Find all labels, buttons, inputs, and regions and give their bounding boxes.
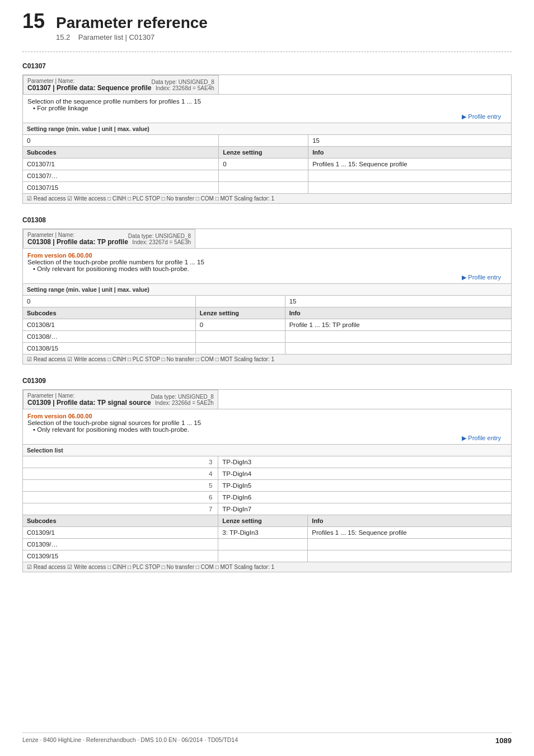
selection-item: 6TP-DigIn6 (23, 492, 512, 503)
desc-text: Selection of the sequence profile number… (27, 98, 507, 105)
subcode-row: C01309/… (23, 539, 512, 550)
subcode-cell: C01307/1 (23, 158, 219, 170)
version-note: From version 06.00.00 (27, 413, 507, 419)
selection-list-header: Selection list (23, 445, 512, 456)
section-label-C01308: C01308 (22, 216, 512, 224)
param-label: Parameter | Name: (27, 393, 151, 399)
page-title: Parameter reference (56, 14, 208, 32)
lenze-cell (195, 331, 285, 343)
section-label-C01307: C01307 (22, 62, 512, 70)
param-footer-text: ☑ Read access ☑ Write access □ CINH □ PL… (23, 562, 512, 572)
lenze-cell (219, 170, 308, 182)
setting-range-row: 015 (23, 296, 512, 307)
section-divider (22, 52, 512, 52)
lenze-cell (218, 550, 308, 562)
param-table-C01307: Parameter | Name: C01307 | Profile data:… (22, 74, 512, 204)
param-name: C01308 | Profile data: TP profile (27, 238, 128, 246)
lenze-cell (219, 182, 308, 194)
param-footer-row: ☑ Read access ☑ Write access □ CINH □ PL… (23, 354, 512, 365)
lenze-cell: 0 (195, 319, 285, 331)
lenze-cell: 3: TP-DigIn3 (218, 527, 308, 539)
subcode-cell: C01308/15 (23, 343, 196, 354)
param-data-type: Data type: UNSIGNED_8Index: 23268d = 5AE… (151, 79, 214, 91)
param-footer-row: ☑ Read access ☑ Write access □ CINH □ PL… (23, 194, 512, 204)
param-table-C01308: Parameter | Name: C01308 | Profile data:… (22, 228, 512, 365)
lenze-cell (195, 343, 285, 354)
param-label: Parameter | Name: (27, 78, 151, 84)
param-footer-text: ☑ Read access ☑ Write access □ CINH □ PL… (23, 194, 512, 204)
profile-entry-link[interactable]: Profile entry (27, 111, 504, 120)
section-label-C01309: C01309 (22, 377, 512, 385)
param-table-C01309: Parameter | Name: C01309 | Profile data:… (22, 389, 512, 572)
selection-item: 4TP-DigIn4 (23, 468, 512, 480)
range-min: 0 (23, 135, 219, 147)
desc-text: Selection of the touch-probe signal sour… (27, 419, 507, 426)
info-cell (308, 539, 512, 550)
page-header: 15 Parameter reference 15.2 Parameter li… (22, 11, 512, 41)
setting-range-label: Setting range (min. value | unit | max. … (23, 284, 512, 296)
selection-item: 7TP-DigIn7 (23, 503, 512, 515)
param-name: C01309 | Profile data: TP signal source (27, 399, 151, 407)
lenze-cell: 0 (219, 158, 308, 170)
subcode-row: C01307/10Profiles 1 ... 15: Sequence pro… (23, 158, 512, 170)
desc-text: Selection of the touch-probe profile num… (27, 259, 507, 265)
col-header-row: SubcodesLenze settingInfo (23, 515, 512, 527)
subcode-cell: C01309/1 (23, 527, 218, 539)
col-header-row: SubcodesLenze settingInfo (23, 147, 512, 158)
subcode-row: C01308/15 (23, 343, 512, 354)
subcode-cell: C01309/15 (23, 550, 218, 562)
info-cell (285, 331, 511, 343)
subcode-row: C01308/… (23, 331, 512, 343)
info-cell: Profile 1 ... 15: TP profile (285, 319, 511, 331)
param-block-C01308: Parameter | Name: C01308 | Profile data:… (22, 228, 512, 365)
footer-right: 1089 (495, 736, 512, 745)
page-subtitle: 15.2 Parameter list | C01307 (56, 33, 208, 41)
info-cell (285, 343, 511, 354)
param-footer-text: ☑ Read access ☑ Write access □ CINH □ PL… (23, 354, 512, 365)
subcode-cell: C01308/1 (23, 319, 196, 331)
info-cell: Profiles 1 ... 15: Sequence profile (308, 158, 512, 170)
range-max: 15 (285, 296, 511, 307)
info-cell (308, 550, 512, 562)
subcode-row: C01307/… (23, 170, 512, 182)
lenze-cell (218, 539, 308, 550)
sections-container: C01307 Parameter | Name: C01307 | Profil… (22, 62, 512, 572)
selection-item: 3TP-DigIn3 (23, 456, 512, 468)
selection-item: 5TP-DigIn5 (23, 480, 512, 492)
subcode-cell: C01309/… (23, 539, 218, 550)
desc-bullet: • Only relevant for positioning modes wi… (27, 426, 507, 433)
profile-entry-link[interactable]: Profile entry (27, 272, 504, 281)
desc-bullet: • For profile linkage (27, 105, 507, 111)
desc-bullet: • Only relevant for positioning modes wi… (27, 265, 507, 272)
subcode-cell: C01308/… (23, 331, 196, 343)
footer-left: Lenze · 8400 HighLine · Referenzhandbuch… (22, 736, 238, 745)
param-data-type: Data type: UNSIGNED_8Index: 23266d = 5AE… (151, 394, 214, 406)
page-number: 15 (22, 11, 45, 31)
info-cell: Profiles 1 ... 15: Sequence profile (308, 527, 512, 539)
subcode-row: C01308/10Profile 1 ... 15: TP profile (23, 319, 512, 331)
setting-range-label: Setting range (min. value | unit | max. … (23, 123, 512, 135)
subcode-cell: C01307/15 (23, 182, 219, 194)
info-cell (308, 182, 512, 194)
param-name: C01307 | Profile data: Sequence profile (27, 84, 151, 92)
version-note: From version 06.00.00 (27, 252, 507, 259)
param-label: Parameter | Name: (27, 232, 128, 238)
param-block-C01307: Parameter | Name: C01307 | Profile data:… (22, 74, 512, 204)
subcode-row: C01309/15 (23, 550, 512, 562)
col-header-row: SubcodesLenze settingInfo (23, 307, 512, 319)
setting-range-row: 015 (23, 135, 512, 147)
info-cell (308, 170, 512, 182)
param-block-C01309: Parameter | Name: C01309 | Profile data:… (22, 389, 512, 572)
param-data-type: Data type: UNSIGNED_8Index: 23267d = 5AE… (128, 233, 191, 245)
page-footer: Lenze · 8400 HighLine · Referenzhandbuch… (22, 732, 512, 745)
param-footer-row: ☑ Read access ☑ Write access □ CINH □ PL… (23, 562, 512, 572)
profile-entry-link[interactable]: Profile entry (27, 433, 504, 442)
range-min: 0 (23, 296, 196, 307)
subcode-cell: C01307/… (23, 170, 219, 182)
subcode-row: C01309/13: TP-DigIn3Profiles 1 ... 15: S… (23, 527, 512, 539)
subcode-row: C01307/15 (23, 182, 512, 194)
range-max: 15 (308, 135, 512, 147)
